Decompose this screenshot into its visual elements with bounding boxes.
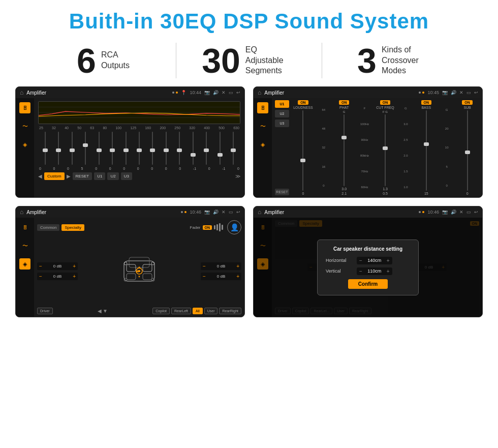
sidebar-wave-icon-3[interactable]: 〜	[19, 240, 30, 251]
loudness-slider[interactable]	[302, 110, 303, 191]
stat-label-eq: EQ AdjustableSegments	[245, 45, 296, 76]
phat-on-btn[interactable]: ON	[339, 100, 350, 105]
sidebar-eq-icon-3[interactable]: 🎚	[19, 222, 30, 233]
distance-dialog: Car speaker distance setting Horizontal …	[317, 240, 419, 295]
eq-next-btn[interactable]: ▶	[67, 173, 71, 179]
eq-slider-11[interactable]	[187, 132, 199, 165]
db-row-rl: − 0 dB +	[37, 273, 78, 280]
dialog-horizontal-label: Horizontal	[326, 258, 354, 263]
sub-slider[interactable]	[467, 110, 468, 191]
sidebar-spk-icon-2[interactable]: ◈	[257, 139, 268, 150]
all-btn[interactable]: All	[193, 308, 203, 314]
confirm-button[interactable]: Confirm	[348, 279, 388, 289]
db-fl-plus[interactable]: +	[73, 263, 76, 269]
status-bar-4: ⌂ Amplifier 10:46 📷 🔊 ✕ ▭ ↩	[254, 206, 482, 218]
eq-slider-9[interactable]	[160, 132, 172, 165]
cross-freq-col-1: 64 48 32 16 0	[317, 100, 331, 195]
db-rr-minus[interactable]: −	[203, 274, 206, 279]
sidebar-eq-icon-2[interactable]: 🎚	[257, 102, 268, 113]
eq-slider-14[interactable]	[228, 132, 239, 165]
horizontal-value: 140cm	[364, 258, 385, 263]
eq-slider-8[interactable]	[147, 132, 159, 165]
eq-slider-2[interactable]	[66, 132, 78, 165]
db-rl-plus[interactable]: +	[73, 274, 76, 279]
sidebar-spk-icon-3[interactable]: ◈	[19, 258, 30, 270]
left-arrow-btn[interactable]: ◀	[98, 308, 102, 314]
eq-slider-4[interactable]	[93, 132, 105, 165]
sub-val: 0	[466, 192, 469, 195]
horizontal-minus-btn[interactable]: −	[359, 258, 362, 263]
eq-u1-btn[interactable]: U1	[94, 172, 105, 180]
cutfreq-val: 1.3	[383, 187, 388, 191]
sidebar-wave-icon[interactable]: 〜	[19, 121, 30, 132]
bass-slider[interactable]	[426, 110, 427, 191]
status-rect-1: ▭	[229, 90, 233, 95]
freq-3: 3.0	[403, 123, 408, 126]
copilot-btn[interactable]: Copilot	[152, 308, 170, 314]
cross-reset-btn[interactable]: RESET	[275, 189, 289, 195]
bass-label: BASS	[421, 106, 431, 109]
specialty-btn[interactable]: Specialty	[61, 224, 84, 231]
status-back-2: ↩	[474, 90, 478, 95]
home-icon-2[interactable]: ⌂	[258, 89, 261, 96]
eq-slider-10[interactable]	[174, 132, 185, 165]
screen-content-1: 🎚 〜 ◈	[16, 98, 244, 197]
freq-20: 20	[445, 127, 449, 130]
eq-custom-btn[interactable]: Custom	[44, 172, 65, 180]
loudness-on-btn[interactable]: ON	[298, 100, 308, 105]
eq-slider-12[interactable]	[201, 132, 212, 165]
home-icon-1[interactable]: ⌂	[20, 89, 23, 96]
down-arrow-btn[interactable]: ▼	[103, 308, 108, 314]
eq-prev-btn[interactable]: ◀	[38, 173, 42, 179]
eq-slider-3[interactable]	[79, 132, 91, 165]
eq-more-btn[interactable]: ≫	[235, 173, 240, 179]
cutfreq-val2: 0.5	[383, 192, 388, 195]
status-dot-3	[419, 92, 421, 94]
user-btn[interactable]: User	[204, 308, 218, 314]
cutfreq-on-btn[interactable]: ON	[380, 100, 391, 105]
eq-slider-13[interactable]	[214, 132, 226, 165]
sub-on-btn[interactable]: ON	[462, 100, 473, 105]
status-time-1: 10:44	[190, 90, 201, 95]
speaker-avatar[interactable]: 👤	[227, 220, 241, 234]
sidebar-wave-icon-2[interactable]: 〜	[257, 121, 268, 132]
cross-u1-btn[interactable]: U1	[275, 100, 289, 108]
eq-slider-7[interactable]	[133, 132, 145, 165]
eq-u3-btn[interactable]: U3	[121, 172, 132, 180]
crossover-presets: U1 U2 U3 RESET	[275, 100, 289, 195]
cross-u2-btn[interactable]: U2	[275, 110, 289, 117]
vertical-minus-btn[interactable]: −	[359, 268, 362, 274]
db-rr-plus[interactable]: +	[236, 274, 239, 279]
eq-slider-5[interactable]	[106, 132, 118, 165]
eq-u2-btn[interactable]: U2	[107, 172, 118, 180]
freq-g-4: G	[446, 108, 448, 111]
sidebar-speaker-icon[interactable]: ◈	[19, 139, 30, 150]
home-icon-4[interactable]: ⌂	[258, 208, 261, 216]
vertical-plus-btn[interactable]: +	[387, 268, 390, 274]
db-fl-minus[interactable]: −	[39, 263, 42, 269]
loudness-val: 0	[302, 192, 304, 195]
sidebar-eq-icon[interactable]: 🎚	[19, 102, 30, 113]
home-icon-3[interactable]: ⌂	[20, 208, 23, 216]
phat-slider[interactable]	[344, 114, 345, 186]
fader-on-badge[interactable]: ON	[203, 225, 212, 230]
eq-reset-btn[interactable]: RESET	[73, 172, 92, 180]
db-rl-val: 0 dB	[44, 274, 71, 279]
eq-slider-1[interactable]	[52, 132, 64, 165]
rearright-btn[interactable]: RearRight	[219, 308, 241, 314]
cutfreq-slider[interactable]	[385, 114, 386, 186]
driver-btn[interactable]: Driver	[37, 308, 53, 314]
cross-u3-btn[interactable]: U3	[275, 120, 289, 127]
horizontal-plus-btn[interactable]: +	[387, 258, 390, 263]
status-dot-1	[172, 92, 174, 94]
rearleft-btn[interactable]: RearLeft	[171, 308, 191, 314]
bass-on-btn[interactable]: ON	[421, 100, 432, 105]
db-fr-minus[interactable]: −	[203, 263, 206, 269]
eq-slider-0[interactable]	[39, 132, 51, 165]
eq-slider-6[interactable]	[120, 132, 132, 165]
stat-number-eq: 30	[202, 43, 240, 78]
common-btn[interactable]: Common	[37, 224, 59, 231]
db-fr-plus[interactable]: +	[236, 263, 239, 269]
status-rect-2: ▭	[466, 90, 471, 95]
db-rl-minus[interactable]: −	[39, 274, 42, 279]
